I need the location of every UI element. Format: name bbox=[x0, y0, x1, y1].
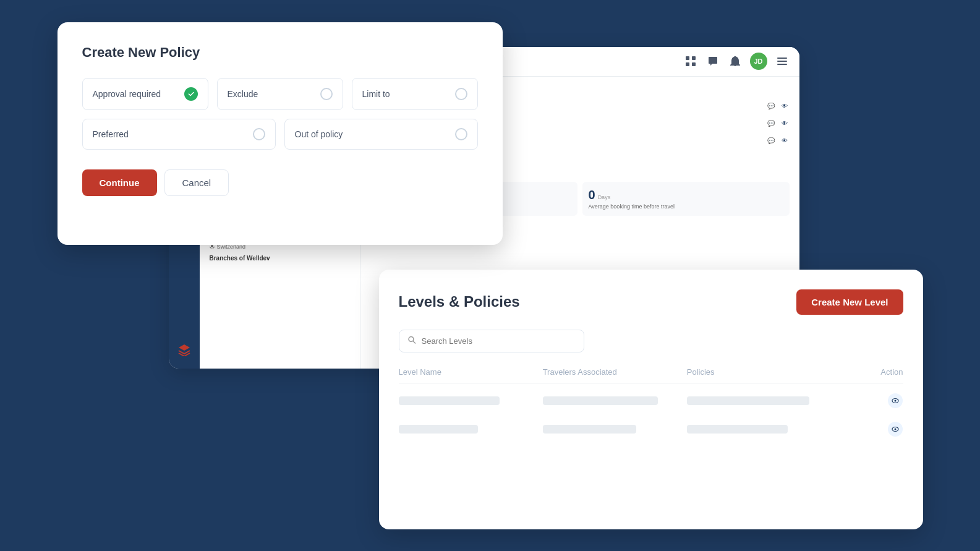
traveler-actions-1: 💬 👁 bbox=[766, 101, 790, 111]
skeleton-travelers-2 bbox=[543, 425, 687, 434]
option-label-approval: Approval required bbox=[93, 89, 161, 99]
action-view-1[interactable] bbox=[831, 393, 903, 408]
chat-icon-3[interactable]: 💬 bbox=[766, 136, 776, 146]
cancel-button[interactable]: Cancel bbox=[164, 169, 229, 196]
skeleton-travelers-1 bbox=[543, 396, 687, 405]
svg-rect-0 bbox=[686, 56, 689, 60]
table-row bbox=[399, 419, 903, 439]
levels-table-header: Level Name Travelers Associated Policies… bbox=[399, 367, 903, 383]
chat-icon-2[interactable]: 💬 bbox=[766, 119, 776, 129]
svg-rect-3 bbox=[692, 62, 696, 66]
user-avatar: JD bbox=[750, 53, 767, 70]
option-approval-required[interactable]: Approval required bbox=[82, 78, 208, 110]
stat-unit-2: Days bbox=[598, 194, 611, 200]
radio-exclude bbox=[320, 88, 333, 100]
levels-header: Levels & Policies Create New Level bbox=[399, 289, 903, 315]
chat-icon bbox=[705, 54, 720, 69]
svg-point-23 bbox=[895, 428, 897, 430]
option-out-of-policy[interactable]: Out of policy bbox=[284, 119, 478, 150]
levels-policies-card: Levels & Policies Create New Level Level… bbox=[379, 270, 923, 529]
stat-label-2: Average booking time before travel bbox=[589, 203, 783, 210]
bell-icon bbox=[728, 54, 743, 69]
svg-point-18 bbox=[409, 337, 414, 342]
action-view-2[interactable] bbox=[831, 422, 903, 437]
scene: JD Booking Type Policies & Levels Roles … bbox=[58, 22, 923, 529]
radio-limit bbox=[455, 88, 467, 100]
option-label-preferred: Preferred bbox=[93, 129, 129, 139]
option-label-limit: Limit to bbox=[362, 89, 390, 99]
radio-preferred bbox=[253, 128, 265, 140]
levels-title: Levels & Policies bbox=[399, 293, 520, 310]
option-preferred[interactable]: Preferred bbox=[82, 119, 276, 150]
skeleton-policies-1 bbox=[687, 396, 831, 405]
options-row-1: Approval required Exclude Limit to bbox=[82, 78, 478, 110]
stat-card-booking: 0 Days Average booking time before trave… bbox=[582, 182, 790, 216]
search-levels-input[interactable] bbox=[399, 330, 584, 352]
view-icon-2[interactable]: 👁 bbox=[780, 119, 790, 129]
option-limit-to[interactable]: Limit to bbox=[352, 78, 478, 110]
option-label-exclude: Exclude bbox=[228, 89, 258, 99]
grid-icon bbox=[683, 54, 698, 69]
svg-point-21 bbox=[895, 399, 897, 401]
col-header-policies: Policies bbox=[687, 367, 831, 377]
option-exclude[interactable]: Exclude bbox=[217, 78, 343, 110]
svg-point-17 bbox=[211, 245, 213, 247]
radio-out-of-policy bbox=[455, 128, 467, 140]
svg-line-19 bbox=[413, 341, 415, 344]
check-icon-approval bbox=[184, 87, 198, 101]
skeleton-policies-2 bbox=[687, 425, 831, 434]
col-header-action: Action bbox=[831, 367, 903, 377]
col-header-level-name: Level Name bbox=[399, 367, 543, 377]
view-icon-3[interactable]: 👁 bbox=[780, 136, 790, 146]
stat-number-2: 0 bbox=[589, 188, 595, 202]
continue-button[interactable]: Continue bbox=[82, 169, 157, 196]
modal-title: Create New Policy bbox=[82, 45, 478, 61]
svg-rect-2 bbox=[686, 62, 689, 66]
col-header-travelers: Travelers Associated bbox=[543, 367, 687, 377]
table-row bbox=[399, 391, 903, 411]
branches-label: Branches of Welldev bbox=[210, 255, 350, 262]
skeleton-level-name-1 bbox=[399, 396, 543, 405]
option-label-out-of-policy: Out of policy bbox=[295, 129, 343, 139]
svg-rect-6 bbox=[777, 64, 787, 65]
traveler-actions-2: 💬 👁 bbox=[766, 119, 790, 129]
svg-rect-4 bbox=[777, 58, 787, 59]
traveler-actions-3: 💬 👁 bbox=[766, 136, 790, 146]
search-levels-wrap bbox=[399, 330, 903, 352]
svg-rect-1 bbox=[692, 56, 696, 60]
skeleton-level-name-2 bbox=[399, 425, 543, 434]
modal-buttons: Continue Cancel bbox=[82, 169, 478, 196]
chat-icon-1[interactable]: 💬 bbox=[766, 101, 776, 111]
view-icon-1[interactable]: 👁 bbox=[780, 101, 790, 111]
options-row-2: Preferred Out of policy bbox=[82, 119, 478, 150]
create-new-level-button[interactable]: Create New Level bbox=[796, 289, 903, 315]
create-policy-modal: Create New Policy Approval required Excl… bbox=[58, 22, 503, 245]
search-icon bbox=[407, 336, 416, 346]
sidebar-layers-icon[interactable] bbox=[178, 344, 190, 359]
menu-icon bbox=[775, 54, 790, 69]
svg-rect-5 bbox=[777, 61, 787, 62]
